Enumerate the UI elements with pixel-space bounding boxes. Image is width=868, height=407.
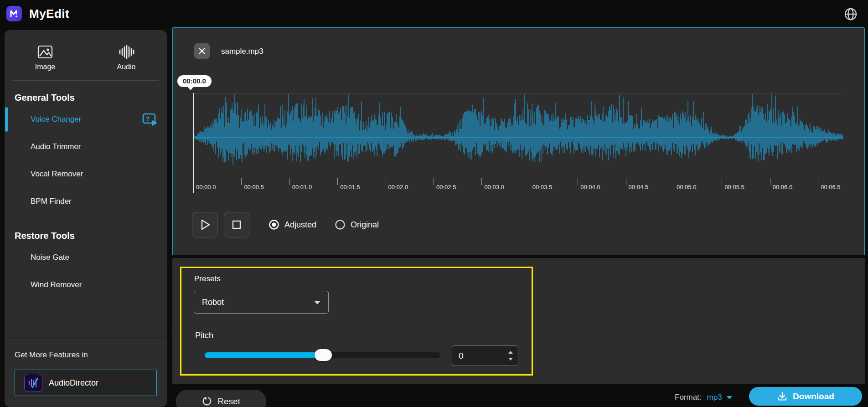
myedit-logo-icon[interactable] bbox=[6, 6, 22, 21]
audiodirector-link[interactable]: AudioDirector bbox=[15, 370, 157, 396]
playhead-time-value: 00:00.0 bbox=[183, 77, 206, 85]
format-control: Format: mp3 bbox=[675, 393, 732, 402]
radio-selected-icon bbox=[269, 219, 279, 230]
tab-audio-label: Audio bbox=[117, 63, 136, 71]
download-label: Download bbox=[793, 392, 834, 402]
sidebar-item-label: Vocal Remover bbox=[31, 170, 83, 179]
sidebar: Image Audio General Tool bbox=[5, 30, 167, 407]
sidebar-item-wind-remover[interactable]: Wind Remover bbox=[5, 271, 167, 299]
format-chevron-down-icon[interactable] bbox=[727, 396, 732, 399]
audio-waveform-icon bbox=[117, 45, 135, 59]
radio-original[interactable]: Original bbox=[335, 219, 379, 230]
channel-radio-group: Adjusted Original bbox=[269, 219, 379, 230]
audiodirector-icon bbox=[24, 374, 42, 392]
promo-section: Get More Features in AudioDirector bbox=[5, 337, 167, 396]
stop-icon bbox=[230, 218, 243, 232]
radio-adjusted-label: Adjusted bbox=[284, 220, 316, 230]
pitch-input-wrap bbox=[452, 345, 518, 366]
playhead-time-tooltip: 00:00.0 bbox=[177, 75, 212, 87]
sidebar-item-vocal-remover[interactable]: Vocal Remover bbox=[5, 160, 167, 188]
sidebar-item-label: BPM Finder bbox=[31, 197, 72, 206]
pitch-label: Pitch bbox=[195, 331, 213, 340]
player-panel: sample.mp3 00:00.0 00:00.000:00.500:01.0… bbox=[172, 27, 865, 255]
reset-button[interactable]: Reset bbox=[176, 390, 266, 407]
playhead-line[interactable] bbox=[193, 93, 194, 193]
promo-label: Get More Features in bbox=[15, 350, 167, 360]
sidebar-item-bpm-finder[interactable]: BPM Finder bbox=[5, 188, 167, 215]
stepper-up-icon[interactable] bbox=[508, 351, 513, 354]
svg-text:?: ? bbox=[146, 115, 150, 122]
presets-highlight-box: Presets Robot Pitch bbox=[180, 267, 533, 376]
pitch-slider-thumb[interactable] bbox=[315, 349, 332, 361]
download-icon bbox=[777, 391, 788, 402]
sidebar-item-audio-trimmer[interactable]: Audio Trimmer bbox=[5, 133, 167, 160]
reset-label: Reset bbox=[217, 397, 240, 407]
sidebar-item-label: Wind Remover bbox=[31, 280, 82, 289]
tab-image[interactable]: Image bbox=[5, 45, 86, 71]
sidebar-item-voice-changer[interactable]: Voice Changer ? bbox=[5, 106, 167, 133]
tutorial-video-icon[interactable]: ? bbox=[141, 112, 160, 127]
pitch-slider-fill bbox=[205, 352, 323, 358]
audiodirector-label: AudioDirector bbox=[49, 378, 98, 388]
waveform-svg bbox=[193, 93, 843, 177]
adjust-panel: Presets Robot Pitch bbox=[172, 258, 865, 384]
preset-selected-value: Robot bbox=[202, 298, 224, 307]
close-icon bbox=[198, 47, 206, 55]
audio-filename: sample.mp3 bbox=[221, 47, 264, 56]
stepper-down-icon[interactable] bbox=[508, 358, 513, 361]
pitch-stepper bbox=[508, 346, 513, 366]
presets-label: Presets bbox=[194, 274, 221, 283]
radio-adjusted[interactable]: Adjusted bbox=[269, 219, 316, 230]
play-icon bbox=[198, 218, 212, 232]
reset-icon bbox=[202, 397, 212, 407]
brand-title: MyEdit bbox=[29, 7, 69, 21]
format-value[interactable]: mp3 bbox=[707, 393, 722, 402]
transport-controls: Adjusted Original bbox=[192, 212, 379, 237]
app-header: MyEdit bbox=[0, 0, 868, 27]
radio-unselected-icon bbox=[335, 219, 346, 230]
sidebar-divider bbox=[13, 80, 159, 81]
section-title-restore-tools: Restore Tools bbox=[15, 231, 167, 241]
language-globe-icon[interactable] bbox=[843, 7, 858, 21]
sidebar-item-label: Voice Changer bbox=[31, 115, 82, 124]
tooltip-pointer bbox=[187, 87, 194, 90]
download-button[interactable]: Download bbox=[749, 387, 862, 406]
tab-audio[interactable]: Audio bbox=[86, 45, 167, 71]
timeline-ruler[interactable]: 00:00.000:00.500:01.000:01.500:02.000:02… bbox=[193, 177, 843, 193]
waveform-region[interactable] bbox=[193, 93, 843, 177]
image-icon bbox=[37, 45, 53, 59]
sidebar-item-noise-gate[interactable]: Noise Gate bbox=[5, 244, 167, 271]
radio-original-label: Original bbox=[351, 220, 379, 230]
chevron-down-icon bbox=[314, 301, 320, 304]
sidebar-item-label: Audio Trimmer bbox=[31, 142, 81, 151]
format-label: Format: bbox=[675, 393, 702, 402]
media-tabs: Image Audio bbox=[5, 30, 167, 71]
tab-image-label: Image bbox=[35, 63, 55, 71]
close-file-button[interactable] bbox=[194, 43, 210, 59]
stop-button[interactable] bbox=[224, 212, 249, 237]
play-button[interactable] bbox=[192, 212, 217, 237]
sidebar-item-label: Noise Gate bbox=[31, 253, 69, 262]
preset-dropdown[interactable]: Robot bbox=[194, 291, 329, 314]
pitch-slider[interactable] bbox=[205, 352, 440, 358]
section-title-general-tools: General Tools bbox=[15, 93, 167, 103]
promo-divider bbox=[5, 337, 167, 338]
